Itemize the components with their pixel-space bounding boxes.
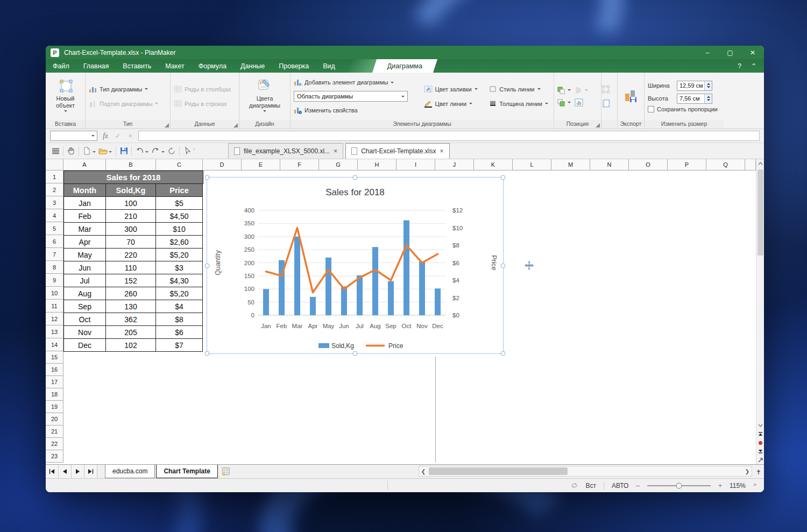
table-cell[interactable]: Apr: [63, 236, 106, 249]
table-cell[interactable]: Jan: [63, 197, 106, 210]
table-cell[interactable]: $5,20: [156, 249, 203, 261]
first-sheet-icon[interactable]: [46, 465, 59, 478]
table-title-cell[interactable]: Sales for 2018: [63, 171, 203, 184]
horizontal-scrollbar[interactable]: ❮ ❯: [419, 466, 752, 477]
menu-tab-Вид[interactable]: Вид: [316, 59, 342, 73]
data-table[interactable]: Sales for 2018MonthSold,KgPriceJan100$5F…: [63, 171, 203, 352]
column-header-H[interactable]: H: [358, 159, 397, 171]
dialog-launcher-icon[interactable]: [165, 123, 169, 127]
column-header-B[interactable]: B: [106, 159, 156, 171]
column-header-F[interactable]: F: [280, 159, 319, 171]
selection-handle[interactable]: [501, 175, 506, 180]
table-cell[interactable]: 205: [106, 326, 156, 339]
row-header-23[interactable]: 23: [46, 450, 63, 463]
last-sheet-icon[interactable]: [84, 465, 97, 478]
selection-handle[interactable]: [205, 175, 210, 180]
table-cell[interactable]: $4,30: [156, 274, 203, 287]
row-header-6[interactable]: 6: [46, 235, 63, 248]
table-cell[interactable]: 300: [106, 223, 156, 236]
width-spin-down[interactable]: [705, 86, 712, 90]
open-folder-caret[interactable]: [109, 151, 112, 154]
help-icon[interactable]: ?: [738, 62, 741, 70]
zoom-out-button[interactable]: –: [636, 482, 640, 490]
prev-sheet-icon[interactable]: [59, 465, 72, 478]
align-objects-button[interactable]: [575, 87, 588, 94]
table-cell[interactable]: $4: [156, 300, 203, 313]
split-handle-icon[interactable]: [756, 456, 764, 464]
column-header-G[interactable]: G: [319, 159, 358, 171]
redo-icon[interactable]: [150, 146, 161, 157]
vertical-scroll-thumb[interactable]: [758, 169, 763, 256]
column-header-N[interactable]: N: [590, 159, 629, 171]
selection-handle[interactable]: [205, 351, 210, 356]
table-cell[interactable]: Mar: [63, 223, 106, 236]
chart-object[interactable]: Sales for 2018050100150200250300350400$0…: [207, 178, 503, 353]
row-header-12[interactable]: 12: [46, 313, 63, 325]
chart-type-button[interactable]: Тип диаграммы: [89, 83, 158, 95]
sync-icon[interactable]: [570, 482, 578, 489]
row-header-18[interactable]: 18: [46, 388, 63, 401]
zoom-slider-handle[interactable]: [676, 483, 682, 488]
row-header-22[interactable]: 22: [46, 438, 63, 450]
split-view-icons[interactable]: [754, 465, 763, 478]
row-header-10[interactable]: 10: [46, 287, 63, 300]
selection-handle[interactable]: [205, 263, 210, 268]
row-header-16[interactable]: 16: [46, 364, 63, 376]
column-header-O[interactable]: O: [629, 159, 668, 171]
table-cell[interactable]: 260: [106, 287, 156, 300]
line-width-button[interactable]: Толщина линии: [489, 98, 550, 110]
worksheet-area[interactable]: ABCDEFGHIJKLMNOPQ 1234567891011121314151…: [46, 159, 764, 464]
menu-tab-Формула[interactable]: Формула: [192, 59, 233, 73]
table-cell[interactable]: Nov: [63, 326, 106, 339]
table-cell[interactable]: Dec: [63, 339, 106, 352]
edit-properties-button[interactable]: i Изменить свойства: [294, 104, 417, 116]
table-header-cell[interactable]: Price: [156, 184, 203, 197]
undo-icon[interactable]: [134, 146, 145, 157]
column-header-L[interactable]: L: [513, 159, 551, 171]
repeat-icon[interactable]: [166, 146, 177, 157]
table-cell[interactable]: Aug: [63, 287, 106, 300]
keep-proportions-checkbox[interactable]: Сохранить пропорции: [648, 106, 720, 112]
table-cell[interactable]: $3: [156, 261, 203, 274]
height-input[interactable]: 7,56 см: [677, 94, 712, 104]
table-cell[interactable]: Feb: [63, 210, 106, 223]
table-cell[interactable]: 102: [106, 339, 156, 352]
insert-function-icon[interactable]: fx: [101, 132, 110, 140]
save-icon[interactable]: [118, 146, 129, 157]
jump-first-row-icon[interactable]: [756, 430, 764, 438]
column-header-A[interactable]: A: [63, 159, 106, 171]
cancel-entry-icon[interactable]: ×: [126, 132, 134, 140]
select-all-corner[interactable]: [46, 159, 63, 171]
column-header-C[interactable]: C: [156, 159, 203, 171]
chart-frame-button[interactable]: [575, 98, 583, 107]
document-tab-close-icon[interactable]: ×: [440, 147, 444, 155]
new-sheet-icon[interactable]: [219, 465, 233, 478]
table-cell[interactable]: 100: [106, 197, 156, 210]
width-input[interactable]: 12,59 см: [677, 81, 712, 91]
horizontal-scroll-thumb[interactable]: [429, 467, 568, 475]
zoom-slider[interactable]: [647, 485, 711, 486]
row-header-13[interactable]: 13: [46, 325, 63, 338]
table-header-cell[interactable]: Sold,Kg: [106, 184, 156, 197]
table-cell[interactable]: 70: [106, 236, 156, 249]
chart-target-select[interactable]: Область диаграммы: [294, 91, 408, 102]
sheet-tab-Chart-Template[interactable]: Chart Template: [156, 465, 217, 478]
dialog-launcher-icon[interactable]: [233, 123, 238, 127]
table-cell[interactable]: $6: [156, 326, 203, 339]
table-cell[interactable]: 362: [106, 313, 156, 326]
row-header-3[interactable]: 3: [46, 196, 63, 209]
undo-caret[interactable]: [145, 151, 148, 154]
table-cell[interactable]: $8: [156, 313, 203, 326]
chart-subtype-button[interactable]: Подтип диаграммы: [89, 98, 158, 110]
menu-tab-Проверка[interactable]: Проверка: [272, 59, 316, 73]
selection-handle[interactable]: [501, 351, 506, 356]
column-header-Q[interactable]: Q: [706, 159, 745, 171]
table-cell[interactable]: $5: [156, 197, 203, 210]
height-spin-down[interactable]: [705, 98, 712, 103]
page-frame-icon[interactable]: [602, 99, 610, 108]
vertical-scrollbar[interactable]: [756, 159, 764, 464]
width-spin-up[interactable]: [705, 81, 712, 86]
scroll-up-icon[interactable]: [756, 159, 764, 168]
table-cell[interactable]: 220: [106, 249, 156, 261]
jump-last-row-icon[interactable]: [756, 447, 764, 456]
